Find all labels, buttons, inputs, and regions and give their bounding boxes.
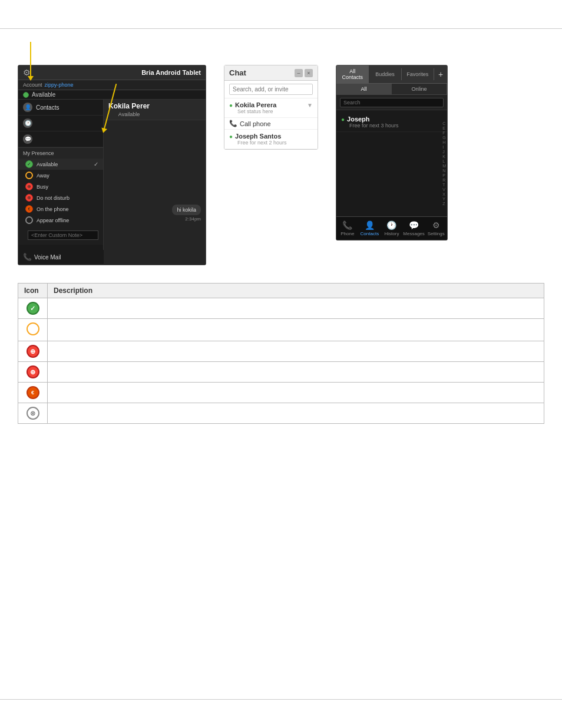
contacts-search-input[interactable] xyxy=(340,98,444,107)
alpha-M[interactable]: M xyxy=(442,164,446,168)
chat-search-row xyxy=(224,81,318,98)
table-row: ⊕ xyxy=(18,362,544,383)
phone-bottom-icon: 📞 xyxy=(342,220,352,230)
offline-icon: ⊗ xyxy=(25,216,33,224)
offline-description xyxy=(48,403,544,424)
phone-bottom-label: Phone xyxy=(340,231,354,236)
filter-online[interactable]: Online xyxy=(392,84,447,94)
tab-favorites[interactable]: Favorites xyxy=(402,68,434,80)
joseph-status: Free for next 2 hours xyxy=(237,140,313,146)
tab-buddies[interactable]: Buddies xyxy=(369,68,401,80)
alpha-V[interactable]: V xyxy=(442,187,446,192)
call-phone-icon: 📞 xyxy=(229,120,237,127)
presence-available-label: Available xyxy=(37,162,58,167)
chat-search-input[interactable] xyxy=(229,84,313,95)
bottom-nav-contacts[interactable]: 👤 Contacts xyxy=(359,219,381,238)
alpha-P[interactable]: P xyxy=(442,173,446,177)
alpha-J[interactable]: J xyxy=(442,150,446,154)
custom-note-row xyxy=(18,226,103,245)
available-text: Available xyxy=(32,91,55,98)
contact-joseph[interactable]: ● Joseph Free for next 3 hours xyxy=(336,113,447,132)
nav-contacts[interactable]: 👤 Contacts xyxy=(18,100,103,116)
tab-all-contacts[interactable]: All Contacts xyxy=(336,65,369,83)
alpha-N[interactable]: N xyxy=(442,169,446,173)
table-available-icon: ✓ xyxy=(27,302,39,315)
joseph-contact-name: ● Joseph xyxy=(341,116,442,123)
minimize-button[interactable]: – xyxy=(295,69,303,77)
alpha-T[interactable]: T xyxy=(442,183,446,187)
table-phone-icon: € xyxy=(27,386,39,399)
alpha-F[interactable]: F xyxy=(442,131,446,135)
phone-icon-cell: € xyxy=(18,383,48,403)
phone-description xyxy=(48,383,544,403)
bottom-nav-settings[interactable]: ⚙ Settings xyxy=(425,219,447,238)
presence-away-label: Away xyxy=(37,173,49,179)
chat-kokila-contact[interactable]: ● Kokila Perera ▼ Set status here xyxy=(224,98,318,118)
alpha-Z[interactable]: Z xyxy=(442,202,446,206)
voicemail-label: Voice Mail xyxy=(34,254,61,261)
chat-controls: – × xyxy=(295,69,313,77)
kokila-set-status: Set status here xyxy=(237,108,313,114)
add-contact-button[interactable]: + xyxy=(434,70,447,79)
account-name: zippy-phone xyxy=(45,82,74,88)
presence-busy-label: Busy xyxy=(37,184,48,190)
nav-voicemail[interactable]: 📞 Voice Mail xyxy=(18,250,104,265)
main-content: ⚙ Bria Android Tablet Account zippy-phon… xyxy=(0,35,562,436)
presence-away[interactable]: Away xyxy=(18,170,103,181)
joseph-contact[interactable]: ● Joseph Santos Free for next 2 hours xyxy=(224,130,318,149)
bottom-nav-messages[interactable]: 💬 Messages xyxy=(403,219,425,238)
nav-history[interactable]: 🕐 xyxy=(18,116,103,131)
table-col2-header: Description xyxy=(48,284,544,298)
contacts-panel: All Contacts Buddies Favorites + All Onl… xyxy=(336,65,448,241)
alpha-X[interactable]: X xyxy=(442,192,446,196)
kokila-status: Available xyxy=(108,111,150,117)
table-row: € xyxy=(18,383,544,403)
bottom-nav-history[interactable]: 🕐 History xyxy=(381,219,403,238)
contacts-alphabet: C E F G H I J K L M N P R T V X Y xyxy=(442,110,446,216)
history-bottom-label: History xyxy=(385,231,399,236)
joseph-status-dot: ● xyxy=(229,133,233,140)
nav-messages[interactable]: 💬 xyxy=(18,131,103,147)
available-icon-cell: ✓ xyxy=(18,298,48,319)
chat-bubble-area: hi kokila 2:34pm xyxy=(104,120,206,226)
nav-contacts-label: Contacts xyxy=(36,104,59,111)
alpha-Y[interactable]: Y xyxy=(442,197,446,201)
alpha-C[interactable]: C xyxy=(442,121,446,126)
offline-icon-cell: ⊗ xyxy=(18,403,48,424)
contacts-bottom-label: Contacts xyxy=(361,231,379,236)
messages-bottom-label: Messages xyxy=(403,231,424,236)
presence-busy[interactable]: ⊕ Busy xyxy=(18,181,103,192)
joseph-name: Joseph Santos xyxy=(235,133,281,140)
filter-all[interactable]: All xyxy=(336,84,392,94)
table-busy-icon: ⊕ xyxy=(27,345,39,358)
table-section: Icon Description ✓ xyxy=(18,283,544,424)
bria-screenshot: ⚙ Bria Android Tablet Account zippy-phon… xyxy=(18,65,206,265)
alpha-R[interactable]: R xyxy=(442,178,446,182)
account-label: Account xyxy=(23,82,42,88)
alpha-G[interactable]: G xyxy=(442,136,446,140)
call-phone-row[interactable]: 📞 Call phone xyxy=(224,118,318,130)
screenshots-row: ⚙ Bria Android Tablet Account zippy-phon… xyxy=(18,65,544,265)
table-row: ⊗ xyxy=(18,403,544,424)
alpha-I[interactable]: I xyxy=(442,145,446,149)
custom-note-input[interactable] xyxy=(28,230,98,240)
away-description xyxy=(48,319,544,341)
contacts-list: ● Joseph Free for next 3 hours C E F G H… xyxy=(336,110,447,216)
presence-offline[interactable]: ⊗ Appear offline xyxy=(18,215,103,226)
close-button[interactable]: × xyxy=(305,69,313,77)
bria-left-panel: 👤 Contacts 🕐 💬 My Presence ✓ xyxy=(18,100,104,265)
presence-offline-label: Appear offline xyxy=(37,218,69,223)
presence-phone-label: On the phone xyxy=(37,206,69,212)
alpha-H[interactable]: H xyxy=(442,140,446,144)
status-dot xyxy=(23,92,29,98)
bottom-nav-phone[interactable]: 📞 Phone xyxy=(336,219,359,238)
presence-dnd-label: Do not disturb xyxy=(37,195,70,201)
alpha-K[interactable]: K xyxy=(442,154,446,159)
status-table: Icon Description ✓ xyxy=(18,283,544,424)
presence-dnd[interactable]: ⊕ Do not disturb xyxy=(18,192,103,203)
presence-phone[interactable]: € On the phone xyxy=(18,203,103,215)
alpha-E[interactable]: E xyxy=(442,126,446,130)
presence-available[interactable]: ✓ Available ✓ xyxy=(18,159,103,170)
presence-section: My Presence ✓ Available ✓ Away ⊕ Bu xyxy=(18,147,103,245)
alpha-L[interactable]: L xyxy=(442,159,446,163)
